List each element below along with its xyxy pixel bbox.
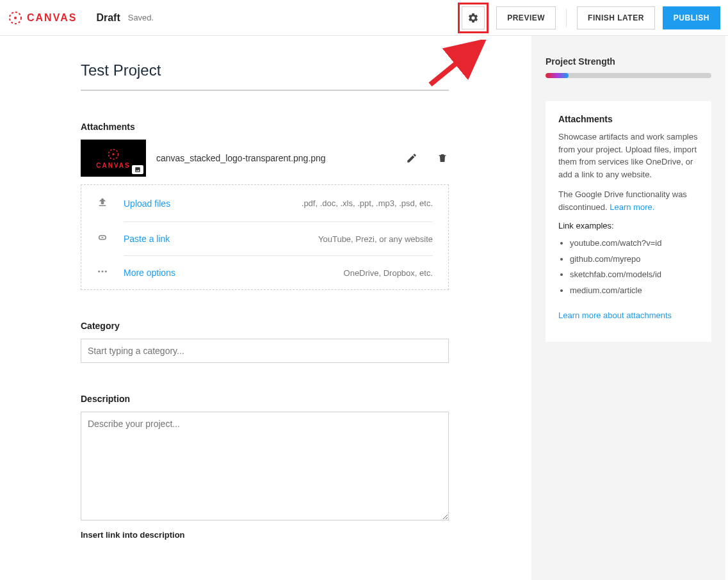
saved-indicator: Saved. — [128, 13, 154, 22]
image-badge-icon — [132, 165, 143, 174]
sidebar: Project Strength Attachments Showcase ar… — [531, 36, 725, 580]
link-examples-label: Link examples: — [558, 221, 699, 230]
more-options-hint: OneDrive, Dropbox, etc. — [344, 268, 433, 278]
edit-attachment-button[interactable] — [405, 152, 418, 165]
strength-bar — [546, 73, 711, 78]
upload-options-box: Upload files .pdf, .doc, .xls, .ppt, .mp… — [81, 184, 449, 290]
insert-link-action[interactable]: Insert link into description — [81, 530, 531, 540]
help-card-title: Attachments — [558, 114, 699, 124]
trash-icon — [437, 152, 448, 164]
brand-logo[interactable]: CANVAS — [8, 10, 77, 26]
paste-link-hint: YouTube, Prezi, or any website — [318, 234, 433, 244]
learn-more-attachments-link[interactable]: Learn more about attachments — [558, 310, 672, 320]
draft-status: Draft — [96, 12, 120, 24]
upload-files-hint: .pdf, .doc, .xls, .ppt, .mp3, .psd, etc. — [302, 198, 433, 208]
list-item: medium.com/article — [570, 283, 699, 299]
project-strength-title: Project Strength — [546, 56, 711, 67]
divider — [566, 9, 567, 27]
main-content: Test Project Attachments CANVAS canvas_s… — [0, 36, 531, 580]
attachments-help-card: Attachments Showcase artifacts and work … — [546, 101, 711, 342]
attachment-thumbnail[interactable]: CANVAS — [81, 140, 146, 177]
project-title[interactable]: Test Project — [81, 61, 449, 91]
strength-fill — [546, 73, 569, 78]
delete-attachment-button[interactable] — [436, 152, 449, 165]
header: CANVAS Draft Saved. PREVIEW FINISH LATER… — [0, 0, 728, 36]
gear-icon — [467, 12, 479, 24]
canvas-logo-icon — [107, 148, 120, 161]
category-field[interactable] — [81, 339, 449, 363]
attachment-item: CANVAS canvas_stacked_logo-transparent.p… — [81, 140, 449, 177]
svg-point-7 — [105, 271, 107, 273]
svg-point-5 — [98, 271, 100, 273]
upload-icon — [97, 197, 108, 210]
header-actions: PREVIEW FINISH LATER PUBLISH — [458, 3, 720, 33]
description-field[interactable] — [81, 412, 449, 520]
svg-point-4 — [112, 153, 114, 155]
upload-files-link[interactable]: Upload files — [124, 198, 170, 209]
gdrive-learn-more-link[interactable]: Learn more. — [610, 202, 654, 212]
list-item: sketchfab.com/models/id — [570, 267, 699, 283]
finish-later-button[interactable]: FINISH LATER — [577, 6, 655, 29]
category-label: Category — [81, 321, 531, 331]
pencil-icon — [406, 152, 417, 164]
more-icon — [97, 266, 108, 279]
help-card-p2: The Google Drive functionality was disco… — [558, 188, 699, 213]
settings-highlight-annotation — [458, 3, 489, 33]
brand-text: CANVAS — [27, 12, 77, 24]
attachment-filename: canvas_stacked_logo-transparent.png.png — [156, 153, 405, 163]
link-icon — [97, 232, 108, 245]
list-item: github.com/myrepo — [570, 252, 699, 268]
list-item: youtube.com/watch?v=id — [570, 236, 699, 252]
settings-button[interactable] — [462, 6, 485, 29]
preview-button[interactable]: PREVIEW — [496, 6, 556, 29]
paste-link-link[interactable]: Paste a link — [124, 234, 170, 244]
publish-button[interactable]: PUBLISH — [663, 6, 720, 29]
attachments-label: Attachments — [81, 122, 531, 132]
canvas-logo-icon — [8, 10, 23, 26]
svg-point-6 — [102, 271, 104, 273]
description-label: Description — [81, 394, 531, 404]
help-card-p1: Showcase artifacts and work samples from… — [558, 131, 699, 181]
svg-point-1 — [14, 17, 17, 19]
link-examples-list: youtube.com/watch?v=id github.com/myrepo… — [558, 236, 699, 299]
more-options-link[interactable]: More options — [124, 268, 175, 278]
thumb-brand-text: CANVAS — [96, 162, 130, 169]
